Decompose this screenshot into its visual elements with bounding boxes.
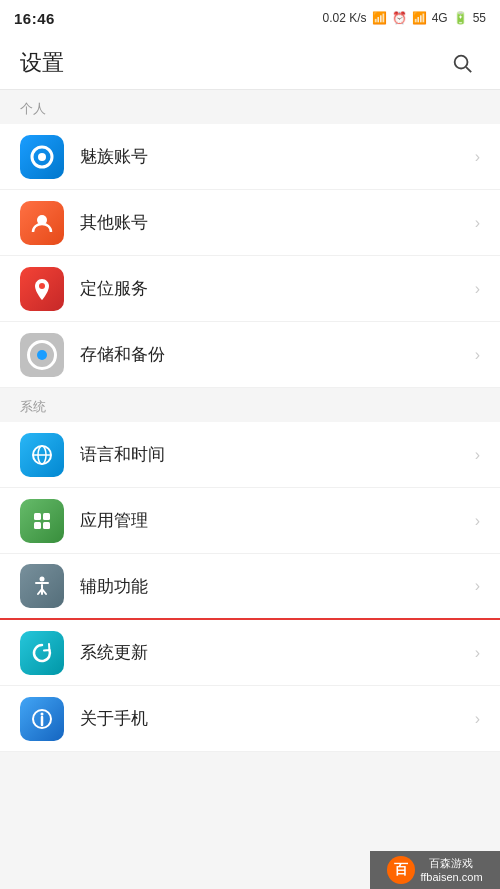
status-icons: 0.02 K/s 📶 ⏰ 📶 4G 🔋 55 bbox=[323, 11, 486, 25]
clock-icon: ⏰ bbox=[392, 11, 407, 25]
settings-item-other-account[interactable]: 其他账号 › bbox=[0, 190, 500, 256]
update-arrow: › bbox=[475, 644, 480, 662]
about-arrow: › bbox=[475, 710, 480, 728]
svg-rect-11 bbox=[34, 522, 41, 529]
signal-icon: 📶 bbox=[372, 11, 387, 25]
about-icon bbox=[20, 697, 64, 741]
svg-point-13 bbox=[40, 577, 45, 582]
language-arrow: › bbox=[475, 446, 480, 464]
location-icon bbox=[20, 267, 64, 311]
battery-level: 55 bbox=[473, 11, 486, 25]
svg-rect-12 bbox=[43, 522, 50, 529]
svg-point-5 bbox=[39, 283, 45, 289]
other-account-icon bbox=[20, 201, 64, 245]
apps-label: 应用管理 bbox=[80, 509, 467, 532]
personal-settings-list: 魅族账号 › 其他账号 › 定位服务 › 存储和备份 bbox=[0, 124, 500, 388]
svg-point-3 bbox=[38, 153, 46, 161]
other-account-label: 其他账号 bbox=[80, 211, 467, 234]
app-header: 设置 bbox=[0, 36, 500, 90]
settings-item-apps[interactable]: 应用管理 › bbox=[0, 488, 500, 554]
storage-label: 存储和备份 bbox=[80, 343, 467, 366]
about-label: 关于手机 bbox=[80, 707, 467, 730]
mobile-data-icon: 4G bbox=[432, 11, 448, 25]
svg-rect-10 bbox=[43, 513, 50, 520]
accessibility-icon bbox=[20, 564, 64, 608]
storage-arrow: › bbox=[475, 346, 480, 364]
status-bar: 16:46 0.02 K/s 📶 ⏰ 📶 4G 🔋 55 bbox=[0, 0, 500, 36]
search-icon bbox=[451, 52, 473, 74]
system-settings-list: 语言和时间 › 应用管理 › 辅助功能 › bbox=[0, 422, 500, 752]
language-icon bbox=[20, 433, 64, 477]
svg-rect-9 bbox=[34, 513, 41, 520]
watermark-text: 百森游戏 ffbaisen.com bbox=[420, 856, 482, 885]
settings-item-update[interactable]: 系统更新 › bbox=[0, 620, 500, 686]
accessibility-arrow: › bbox=[475, 577, 480, 595]
wifi-icon: 📶 bbox=[412, 11, 427, 25]
other-account-arrow: › bbox=[475, 214, 480, 232]
settings-item-language[interactable]: 语言和时间 › bbox=[0, 422, 500, 488]
status-time: 16:46 bbox=[14, 10, 55, 27]
location-arrow: › bbox=[475, 280, 480, 298]
settings-item-about[interactable]: 关于手机 › bbox=[0, 686, 500, 752]
language-label: 语言和时间 bbox=[80, 443, 467, 466]
search-button[interactable] bbox=[444, 45, 480, 81]
section-header-personal: 个人 bbox=[0, 90, 500, 124]
meizu-account-label: 魅族账号 bbox=[80, 145, 467, 168]
settings-item-location[interactable]: 定位服务 › bbox=[0, 256, 500, 322]
svg-point-16 bbox=[41, 712, 44, 715]
accessibility-label: 辅助功能 bbox=[80, 575, 467, 598]
page-title: 设置 bbox=[20, 48, 64, 78]
svg-line-1 bbox=[466, 67, 471, 72]
svg-point-0 bbox=[455, 55, 468, 68]
watermark: 百 百森游戏 ffbaisen.com bbox=[370, 851, 500, 889]
apps-arrow: › bbox=[475, 512, 480, 530]
storage-icon bbox=[20, 333, 64, 377]
section-header-system: 系统 bbox=[0, 388, 500, 422]
apps-icon bbox=[20, 499, 64, 543]
meizu-account-icon bbox=[20, 135, 64, 179]
meizu-account-arrow: › bbox=[475, 148, 480, 166]
battery-icon: 🔋 bbox=[453, 11, 468, 25]
settings-item-meizu-account[interactable]: 魅族账号 › bbox=[0, 124, 500, 190]
update-icon bbox=[20, 631, 64, 675]
watermark-icon: 百 bbox=[387, 856, 415, 884]
settings-item-accessibility[interactable]: 辅助功能 › bbox=[0, 554, 500, 620]
network-speed: 0.02 K/s bbox=[323, 11, 367, 25]
settings-item-storage[interactable]: 存储和备份 › bbox=[0, 322, 500, 388]
location-label: 定位服务 bbox=[80, 277, 467, 300]
update-label: 系统更新 bbox=[80, 641, 467, 664]
